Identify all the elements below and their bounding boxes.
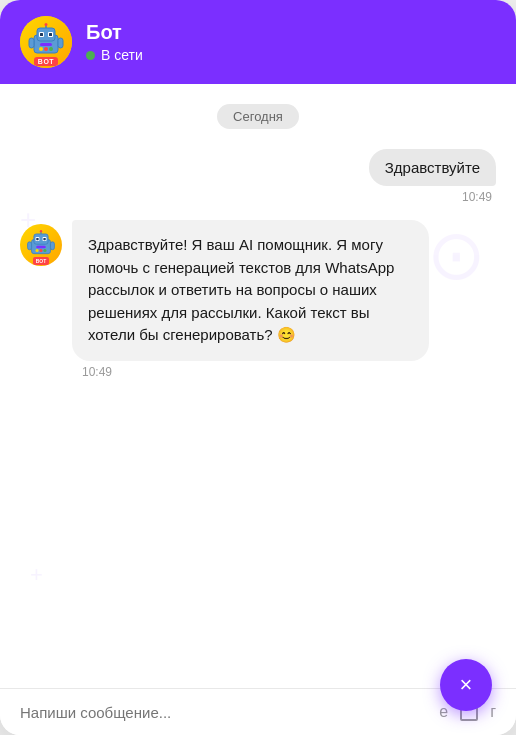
- user-bubble: Здравствуйте: [369, 149, 496, 186]
- send-icon[interactable]: г: [490, 703, 496, 721]
- emoji-icon[interactable]: е: [439, 703, 448, 721]
- svg-rect-19: [43, 238, 45, 240]
- svg-rect-4: [40, 33, 43, 36]
- svg-rect-8: [40, 43, 52, 46]
- bot-message-time: 10:49: [20, 365, 496, 379]
- svg-point-23: [35, 249, 38, 252]
- chat-input-area: е г: [0, 688, 516, 735]
- svg-rect-5: [49, 33, 52, 36]
- bot-avatar: BOT: [20, 16, 72, 68]
- bot-label: BOT: [34, 57, 58, 66]
- svg-rect-13: [58, 38, 63, 48]
- svg-point-11: [49, 47, 53, 51]
- status-text: В сети: [101, 47, 143, 63]
- bot-bubble: Здравствуйте! Я ваш AI помощник. Я могу …: [72, 220, 429, 361]
- svg-rect-12: [29, 38, 34, 48]
- bot-name: Бот: [86, 21, 143, 44]
- date-badge: Сегодня: [217, 104, 299, 129]
- bot-avatar-small: BOT: [20, 224, 62, 266]
- chat-header: BOT Бот В сети: [0, 0, 516, 84]
- close-icon: ×: [460, 674, 473, 696]
- close-button[interactable]: ×: [440, 659, 492, 711]
- chat-widget: BOT Бот В сети + ⊙ + Сегодня Здравствуйт…: [0, 0, 516, 735]
- bot-status: В сети: [86, 47, 143, 63]
- svg-rect-26: [28, 242, 32, 250]
- chat-messages[interactable]: + ⊙ + Сегодня Здравствуйте 10:49: [0, 84, 516, 688]
- svg-rect-27: [50, 242, 54, 250]
- svg-point-10: [44, 47, 48, 51]
- user-message-time: 10:49: [20, 190, 496, 204]
- decoration-plus-bottom: +: [30, 562, 43, 588]
- header-info: Бот В сети: [86, 21, 143, 63]
- svg-point-25: [43, 249, 46, 252]
- svg-point-24: [39, 249, 42, 252]
- svg-rect-18: [36, 238, 38, 240]
- status-dot: [86, 51, 95, 60]
- user-message-row: Здравствуйте: [20, 149, 496, 186]
- message-input[interactable]: [20, 704, 429, 721]
- bot-message-row: BOT Здравствуйте! Я ваш AI помощник. Я м…: [20, 220, 496, 361]
- svg-rect-22: [36, 246, 45, 248]
- svg-point-7: [45, 23, 48, 26]
- svg-point-9: [39, 47, 43, 51]
- date-divider: Сегодня: [20, 104, 496, 129]
- svg-point-21: [40, 230, 42, 232]
